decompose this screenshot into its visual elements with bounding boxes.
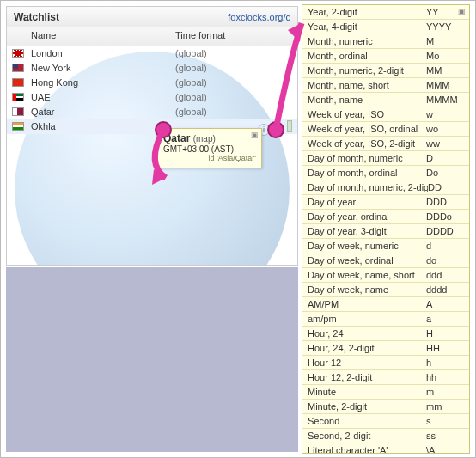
format-token-label: Day of week, numeric (302, 239, 426, 253)
format-token-row[interactable]: Day of week, numericd (302, 239, 469, 253)
format-token-row[interactable]: Day of week, namedddd (302, 283, 469, 297)
format-token-row[interactable]: Day of yearDDD (302, 195, 469, 210)
format-token-label: Hour, 24, 2-digit (302, 341, 426, 355)
format-token-row[interactable]: Hour, 24H (302, 327, 469, 341)
format-token-row[interactable]: Week of year, ISOw (302, 107, 469, 122)
watchlist-row-uae[interactable]: UAE(global) (7, 90, 297, 105)
format-token-row[interactable]: Literal character 'A'\A (302, 443, 469, 454)
format-token-row[interactable]: Month, numericM (302, 34, 469, 49)
format-token-value: DD (428, 180, 469, 194)
format-token-panel[interactable]: ▣ Year, 2-digitYYYear, 4-digitYYYYMonth,… (302, 4, 470, 454)
row-format: (global) (175, 61, 207, 76)
format-token-label: Month, numeric, 2-digit (302, 64, 426, 77)
format-token-value: HH (426, 341, 469, 355)
format-token-row[interactable]: Day of year, ordinalDDDo (302, 210, 469, 224)
format-token-row[interactable]: Day of week, name, shortddd (302, 268, 469, 283)
format-token-value: MMMM (426, 93, 469, 107)
format-token-row[interactable]: Day of month, ordinalDo (302, 166, 469, 180)
format-token-row[interactable]: Hour, 24, 2-digitHH (302, 341, 469, 356)
row-format: (global) (175, 46, 207, 61)
drag-handle-icon[interactable] (287, 120, 292, 132)
row-format: (global) (175, 76, 207, 90)
row-name: Okhla (31, 119, 56, 134)
format-token-row[interactable]: Day of month, numericD (302, 151, 469, 166)
clock-icon[interactable]: ◷ (272, 124, 284, 136)
format-token-value: Do (426, 166, 469, 180)
format-token-label: Second, 2-digit (302, 429, 426, 443)
row-name: Qatar (31, 105, 55, 119)
format-token-label: Year, 4-digit (302, 20, 426, 34)
format-token-row[interactable]: Seconds (302, 414, 469, 429)
format-token-value: s (426, 414, 469, 428)
column-name[interactable]: Name (31, 30, 56, 40)
format-token-row[interactable]: Hour 12, 2-digithh (302, 370, 469, 385)
format-token-label: Second (302, 414, 426, 428)
format-token-label: Minute, 2-digit (302, 400, 426, 413)
format-token-row[interactable]: Month, numeric, 2-digitMM (302, 64, 469, 78)
watchlist-row-london[interactable]: London(global) (7, 46, 297, 61)
row-name: New York (31, 61, 70, 76)
format-token-label: Day of week, ordinal (302, 253, 426, 267)
format-token-label: Day of month, ordinal (302, 166, 426, 180)
format-token-value: ddd (426, 268, 469, 282)
format-token-label: Week of year, ISO (302, 107, 426, 121)
format-token-value: DDDo (426, 210, 469, 223)
format-token-label: Month, name, short (302, 78, 426, 92)
format-token-value: dddd (426, 283, 469, 296)
column-timeformat[interactable]: Time format (175, 30, 225, 40)
flag-icon (12, 49, 24, 58)
format-token-row[interactable]: AM/PMA (302, 297, 469, 312)
format-token-row[interactable]: Week of year, ISO, ordinalwo (302, 122, 469, 137)
format-token-label: am/pm (302, 312, 426, 326)
format-token-row[interactable]: Hour 12h (302, 356, 469, 370)
format-token-row[interactable]: Day of week, ordinaldo (302, 253, 469, 268)
format-token-row[interactable]: Day of month, numeric, 2-digitDD (302, 180, 469, 195)
format-token-label: Day of week, name, short (302, 268, 426, 282)
format-token-row[interactable]: Month, ordinalMo (302, 49, 469, 64)
format-token-row[interactable]: Month, name, shortMMM (302, 78, 469, 93)
format-token-value: A (426, 297, 469, 311)
pin-icon[interactable]: ▣ (458, 7, 466, 15)
format-token-row[interactable]: am/pma (302, 312, 469, 327)
format-token-row[interactable]: Week of year, ISO, 2-digitww (302, 137, 469, 151)
format-token-value: wo (426, 122, 469, 136)
format-token-row[interactable]: Day of year, 3-digitDDDD (302, 224, 469, 239)
tooltip-map-link[interactable]: (map) (193, 134, 216, 144)
watchlist-rows: London(global)New York(global)Hong Kong(… (7, 46, 297, 134)
app-frame: Watchlist foxclocks.org/c Name Time form… (0, 0, 476, 458)
format-token-value: ww (426, 137, 469, 150)
format-token-value: Mo (426, 49, 469, 63)
format-token-row[interactable]: Minutem (302, 385, 469, 400)
watchlist-row-qatar[interactable]: Qatar(global) (7, 105, 297, 119)
format-token-value: H (426, 327, 469, 340)
format-token-value: M (426, 34, 469, 48)
format-token-row[interactable]: Minute, 2-digitmm (302, 400, 469, 414)
tooltip-timezone: GMT+03:00 (AST) (163, 144, 256, 154)
flag-icon (12, 93, 24, 101)
format-token-row[interactable]: Year, 2-digitYY (302, 5, 469, 20)
row-name: UAE (31, 90, 51, 105)
row-format: (global) (175, 105, 207, 119)
column-headers[interactable]: Name Time format (7, 27, 297, 46)
flag-icon (12, 64, 24, 72)
watchlist-row-new-york[interactable]: New York(global) (7, 61, 297, 76)
format-token-row[interactable]: Year, 4-digitYYYY (302, 20, 469, 34)
format-token-row[interactable]: Second, 2-digitss (302, 429, 469, 443)
format-token-label: Week of year, ISO, 2-digit (302, 137, 426, 150)
watchlist-row-hong-kong[interactable]: Hong Kong(global) (7, 76, 297, 90)
format-token-label: Minute (302, 385, 426, 399)
format-token-label: Week of year, ISO, ordinal (302, 122, 426, 136)
row-name: Hong Kong (31, 76, 78, 90)
format-token-value: DDD (426, 195, 469, 209)
format-token-row[interactable]: Month, nameMMMM (302, 93, 469, 107)
foxclocks-link[interactable]: foxclocks.org/c (228, 7, 290, 27)
pin-icon[interactable]: ▣ (251, 131, 259, 139)
format-token-label: Day of year, ordinal (302, 210, 426, 223)
format-token-label: AM/PM (302, 297, 426, 311)
format-token-value: hh (426, 370, 469, 384)
watchlist-title: Watchlist (14, 11, 59, 23)
format-token-label: Day of week, name (302, 283, 426, 296)
format-token-value: DDDD (426, 224, 469, 238)
format-token-label: Hour 12 (302, 356, 426, 369)
location-tooltip: ▣ Qatar (map) GMT+03:00 (AST) id 'Asia/Q… (157, 128, 262, 168)
